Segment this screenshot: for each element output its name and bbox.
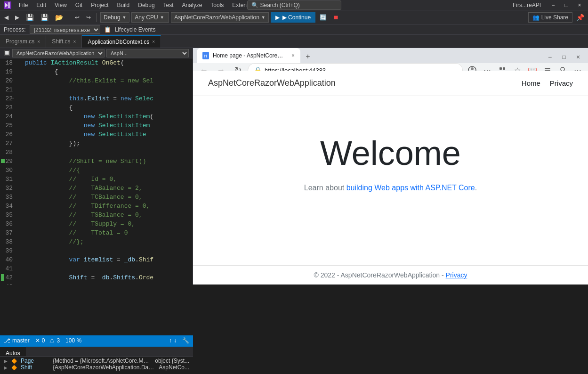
footer-link[interactable]: Privacy [446,271,467,279]
browser-new-tab-button[interactable]: + [301,50,314,63]
git-icon: ⎇ [4,337,10,344]
menu-edit[interactable]: Edit [32,1,50,9]
method-dropdown[interactable]: AspN... [106,49,189,57]
autos-shift-value: {AspNetCoreRazorWebApplication.Data.S... [53,364,155,371]
browser-close-btn[interactable]: × [572,51,584,63]
code-line-30: //{ [25,166,189,175]
live-share-button[interactable]: 👥 Live Share [528,12,572,23]
save-button[interactable]: 💾 [24,12,36,23]
status-git[interactable]: ⎇ master [4,337,30,344]
status-errors[interactable]: ✕ 0 ⚠ 3 [35,337,60,344]
live-share-icon: 👥 [532,14,540,21]
code-line-43 [25,282,189,285]
tab-shift-cs[interactable]: Shift.cs × [46,35,82,48]
menu-tools[interactable]: Tools [207,1,227,9]
line-38: 38 [0,237,16,246]
close-button[interactable]: × [575,0,584,10]
minimize-button[interactable]: − [548,0,558,10]
browser-chrome: H Home page - AspNetCoreRazor... × + − □… [193,48,588,71]
maximize-button[interactable]: □ [562,0,571,10]
nav-home[interactable]: Home [522,79,540,87]
browser-active-tab[interactable]: H Home page - AspNetCoreRazor... × [197,48,300,63]
process-select[interactable]: [21132] iisexpress.exe [30,25,100,34]
separator-1 [69,13,69,22]
line-34: 34 [0,202,16,211]
menu-git[interactable]: Git [72,1,86,9]
code-content[interactable]: public IActionResult OnGet( { //this.Exl… [21,58,193,285]
browser-maximize-btn[interactable]: □ [558,51,570,63]
nav-privacy[interactable]: Privacy [550,79,573,87]
restart-button[interactable]: 🔄 [317,13,329,22]
redo-button[interactable]: ↪ [84,13,93,22]
down-arrow-icon: ↓ [174,337,177,344]
menu-analyze[interactable]: Analyze [178,1,206,9]
titlebar-search[interactable]: 🔍 Search (Ctrl+Q) [247,0,341,10]
lifecycle-label: Lifecycle Events [115,26,156,33]
undo-button[interactable]: ↩ [72,13,82,22]
pin-button[interactable]: 📌 [574,13,586,22]
menu-build[interactable]: Build [113,1,134,9]
expand-page-icon[interactable]: ▶ [4,358,8,364]
lifecycle-icon: 📋 [104,26,111,33]
browser-tab-close[interactable]: × [291,52,295,59]
menu-debug[interactable]: Debug [134,1,158,9]
project-dropdown[interactable]: AspNetCoreRazorWebApplication ▼ [171,12,268,23]
code-line-32: // TABalance = 2, [25,184,189,193]
save-all-button[interactable]: 💾 [38,12,51,23]
up-arrow-icon: ↑ [169,337,172,344]
code-line-19: { [25,67,189,76]
expand-shift-icon[interactable]: ▶ [4,365,8,370]
code-line-26: new SelectListIte [25,130,189,139]
collapse-22-icon[interactable]: − [12,94,14,103]
code-line-21 [25,85,189,94]
titlebar-right: Firs...reAPI − □ × [513,0,584,10]
menu-view[interactable]: View [51,1,71,9]
continue-button[interactable]: ▶ ▶ Continue [271,12,315,23]
tab-applicationdbcontext-cs-label: ApplicationDbContext.cs [88,39,149,45]
browser-window-controls: − □ × [544,51,584,63]
project-label: AspNetCoreRazorWebApplication [174,14,259,21]
status-action[interactable]: 🔧 [182,337,189,344]
site-footer: © 2022 - AspNetCoreRazorWebApplication -… [193,265,588,285]
toolbar: ◀ ▶ 💾 💾 📂 ↩ ↪ Debug ▼ Any CPU ▼ AspNetCo… [0,10,588,24]
tab-applicationdbcontext-cs-close[interactable]: × [152,39,155,44]
back-button[interactable]: ◀ [2,13,11,22]
subtitle-link[interactable]: building Web apps with ASP.NET Core [346,184,475,192]
autos-row-shift: ▶ 🔶 Shift {AspNetCoreRazorWebApplication… [4,364,189,371]
warnings-count: 3 [56,337,60,344]
browser-pane: H Home page - AspNetCoreRazor... × + − □… [193,48,588,285]
menu-file[interactable]: File [15,1,32,9]
browser-minimize-btn[interactable]: − [544,51,556,63]
status-zoom[interactable]: 100 % [65,337,81,344]
class-dropdown[interactable]: AspNetCoreRazorWebApplication [12,49,105,57]
open-button[interactable]: 📂 [53,12,65,23]
browser-favicon: H [202,52,209,59]
stop-button[interactable]: ⏹ [331,13,341,22]
action-icon: 🔧 [182,337,189,344]
tab-applicationdbcontext-cs[interactable]: ApplicationDbContext.cs × [82,35,161,48]
code-line-42: Shift = _db.Shifts.Orde [25,273,189,282]
platform-dropdown[interactable]: Any CPU ▼ [131,12,169,23]
svg-rect-6 [503,67,505,70]
svg-rect-0 [8,2,10,8]
menu-test[interactable]: Test [160,1,177,9]
line-36: 36 [0,220,16,228]
status-arrows[interactable]: ↑ ↓ [169,337,177,344]
window-title: Firs...reAPI [513,2,541,8]
line-37: 37 [0,228,16,237]
config-dropdown[interactable]: Debug ▼ [100,12,129,23]
line-42: 42 [0,273,16,282]
code-line-35: // TSBalance = 0, [25,211,189,220]
tab-program-cs[interactable]: Program.cs × [0,35,46,48]
tab-program-cs-close[interactable]: × [37,39,40,44]
menu-project[interactable]: Project [87,1,112,9]
site-nav: Home Privacy [522,79,573,87]
line-20: 20 [0,76,16,85]
code-area: 18 19 20 21 −22 23 24 25 26 27 28 29 30 … [0,58,193,285]
forward-button[interactable]: ▶ [13,13,22,22]
separator-2 [97,13,97,22]
tab-shift-cs-close[interactable]: × [73,39,76,44]
file-icon: 🔲 [4,50,10,56]
green-bar-29 [1,159,5,163]
svg-point-4 [471,67,474,70]
